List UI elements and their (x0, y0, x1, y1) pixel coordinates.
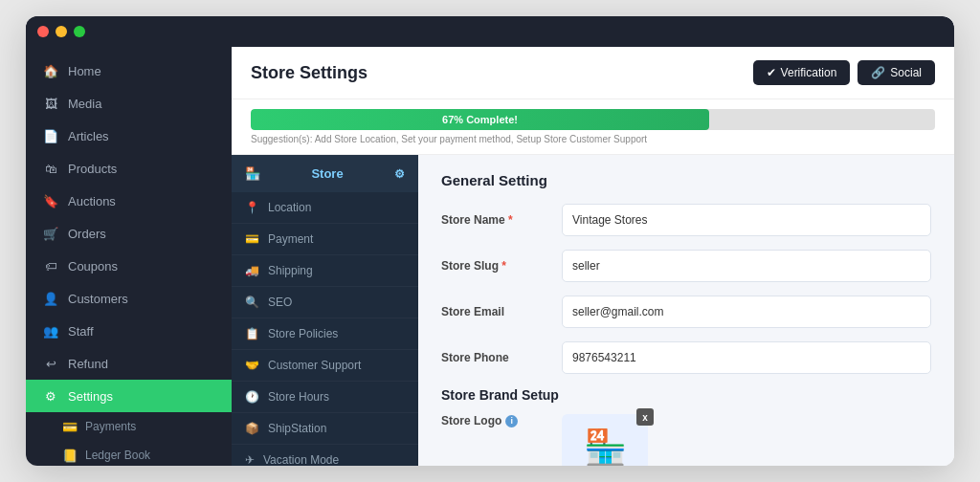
progress-bar-container: 67% Complete! (251, 109, 935, 130)
store-phone-row: Store Phone (441, 341, 931, 374)
store-menu-label-shipping: Shipping (268, 264, 313, 277)
store-phone-label: Store Phone (441, 351, 546, 364)
logo-row: Store Logo i 🏪 x (441, 414, 931, 466)
store-menu-label-customer-support: Customer Support (268, 359, 361, 372)
store-email-label: Store Email (441, 305, 546, 318)
sidebar-item-settings[interactable]: ⚙ Settings (26, 380, 232, 412)
sidebar-item-refund[interactable]: ↩ Refund (26, 347, 232, 380)
sidebar-label-coupons: Coupons (68, 259, 118, 274)
sidebar: 🏠 Home 🖼 Media 📄 Articles 🛍 Products 🔖 A… (26, 16, 232, 466)
logo-label: Store Logo i (441, 414, 546, 427)
logo-remove-button[interactable]: x (636, 408, 654, 426)
store-menu-shipping[interactable]: 🚚 Shipping (232, 255, 418, 287)
sidebar-item-orders[interactable]: 🛒 Orders (26, 217, 232, 250)
policies-icon: 📋 (245, 327, 259, 340)
sidebar-label-customers: Customers (68, 292, 128, 306)
sidebar-label-articles: Articles (68, 129, 109, 143)
orders-icon: 🛒 (43, 226, 58, 241)
verification-icon: ✔ (767, 66, 776, 79)
media-icon: 🖼 (43, 96, 58, 111)
store-slug-label: Store Slug * (441, 259, 546, 273)
settings-icon: ⚙ (43, 388, 58, 404)
sidebar-item-payments[interactable]: 💳 Payments (41, 412, 232, 441)
sidebar-label-products: Products (68, 162, 117, 176)
progress-section: 67% Complete! Suggestion(s): Add Store L… (232, 99, 954, 155)
store-header-icon: 🏪 (245, 166, 260, 181)
location-icon: 📍 (245, 201, 259, 214)
progress-label: 67% Complete! (442, 114, 518, 125)
title-bar (26, 16, 954, 47)
store-menu-policies[interactable]: 📋 Store Policies (232, 318, 418, 350)
customers-icon: 👤 (43, 291, 58, 306)
store-menu-hours[interactable]: 🕐 Store Hours (232, 382, 418, 413)
main-content: Store Settings ✔ Verification 🔗 Social 6… (232, 16, 954, 466)
store-menu-label-vacation: Vacation Mode (263, 453, 339, 466)
store-name-row: Store Name * (441, 204, 931, 236)
refund-icon: ↩ (43, 356, 58, 371)
store-menu-label-policies: Store Policies (268, 327, 338, 340)
sidebar-sub-menu: 💳 Payments 📒 Ledger Book 💬 Reviews ❓ Sup… (26, 412, 232, 466)
store-menu-label-shipstation: ShipStation (268, 422, 326, 435)
home-icon: 🏠 (43, 63, 58, 78)
store-menu-label-payment: Payment (268, 232, 313, 246)
sidebar-label-auctions: Auctions (68, 194, 116, 208)
store-slug-row: Store Slug * (441, 250, 931, 282)
sidebar-nav: 🏠 Home 🖼 Media 📄 Articles 🛍 Products 🔖 A… (26, 47, 232, 466)
payment-icon: 💳 (245, 232, 259, 246)
store-menu-vacation[interactable]: ✈ Vacation Mode (232, 445, 418, 466)
products-icon: 🛍 (43, 161, 58, 176)
shipping-icon: 🚚 (245, 264, 259, 277)
sidebar-item-staff[interactable]: 👥 Staff (26, 315, 232, 347)
sidebar-label-media: Media (68, 97, 101, 111)
sidebar-label-home: Home (68, 64, 101, 78)
store-panel-title: Store (311, 166, 343, 181)
settings-panel: General Setting Store Name * Store Slug … (418, 155, 954, 466)
logo-preview: 🏪 x (562, 414, 648, 466)
store-menu-customer-support[interactable]: 🤝 Customer Support (232, 350, 418, 382)
store-name-input[interactable] (562, 204, 931, 236)
store-menu-shipstation[interactable]: 📦 ShipStation (232, 413, 418, 445)
ledger-icon: 📒 (62, 448, 78, 463)
store-email-input[interactable] (562, 296, 931, 328)
minimize-dot[interactable] (56, 26, 67, 37)
vacation-icon: ✈ (245, 453, 255, 466)
staff-icon: 👥 (43, 323, 58, 339)
customer-support-icon: 🤝 (245, 359, 259, 372)
sidebar-item-auctions[interactable]: 🔖 Auctions (26, 185, 232, 217)
logo-info-icon[interactable]: i (505, 415, 518, 427)
sidebar-item-coupons[interactable]: 🏷 Coupons (26, 250, 232, 282)
progress-bar-fill: 67% Complete! (251, 109, 709, 130)
sidebar-item-media[interactable]: 🖼 Media (26, 87, 232, 120)
sidebar-item-ledger[interactable]: 📒 Ledger Book (41, 441, 232, 466)
store-menu-label-seo: SEO (268, 296, 292, 309)
store-menu-seo[interactable]: 🔍 SEO (232, 287, 418, 318)
coupons-icon: 🏷 (43, 258, 58, 274)
sidebar-item-products[interactable]: 🛍 Products (26, 152, 232, 185)
section-title: General Setting (441, 172, 931, 188)
hours-icon: 🕐 (245, 390, 259, 404)
social-icon: 🔗 (871, 66, 885, 79)
social-button[interactable]: 🔗 Social (858, 60, 935, 85)
header-actions: ✔ Verification 🔗 Social (753, 60, 935, 85)
sidebar-label-orders: Orders (68, 227, 106, 241)
store-menu-location[interactable]: 📍 Location (232, 192, 418, 224)
store-phone-input[interactable] (562, 341, 931, 374)
store-menu-label-location: Location (268, 201, 311, 214)
sidebar-label-payments: Payments (85, 420, 136, 433)
seo-icon: 🔍 (245, 296, 259, 309)
sidebar-label-ledger: Ledger Book (85, 449, 150, 462)
store-menu-payment[interactable]: 💳 Payment (232, 224, 418, 255)
verification-button[interactable]: ✔ Verification (753, 60, 851, 85)
auctions-icon: 🔖 (43, 193, 58, 208)
sidebar-item-home[interactable]: 🏠 Home (26, 55, 232, 87)
sidebar-item-articles[interactable]: 📄 Articles (26, 120, 232, 152)
fullscreen-dot[interactable] (74, 26, 85, 37)
store-logo-icon: 🏪 (584, 427, 627, 466)
sidebar-item-customers[interactable]: 👤 Customers (26, 282, 232, 315)
content-area: 🏪 Store ⚙ 📍 Location 💳 Payment 🚚 Shippin… (232, 155, 954, 466)
payments-icon: 💳 (62, 419, 78, 434)
close-dot[interactable] (37, 26, 49, 37)
sidebar-label-settings: Settings (68, 389, 113, 404)
store-slug-input[interactable] (562, 250, 931, 282)
verification-label: Verification (781, 66, 837, 79)
